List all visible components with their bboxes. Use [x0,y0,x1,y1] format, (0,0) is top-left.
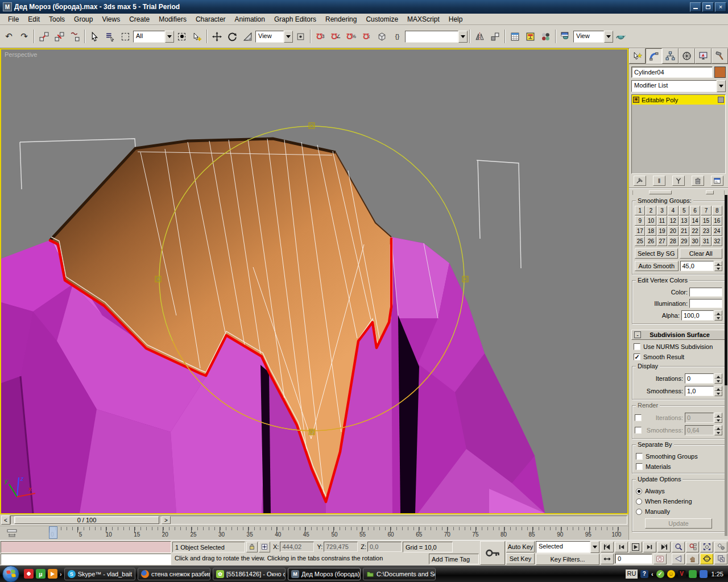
maxscript-mini-listener[interactable] [1,541,171,565]
sg-button-31[interactable]: 31 [701,236,711,246]
sg-button-20[interactable]: 20 [668,226,678,236]
taskbar-button-explorer[interactable]: C:\Documents and Set... [363,568,436,580]
current-frame-field[interactable]: 0 [615,554,652,564]
taskbar-button-skype[interactable]: S Skype™ - vlad_bait [64,568,135,580]
percent-snap-icon[interactable]: Ω% [344,29,359,44]
select-and-move-icon[interactable] [209,29,225,44]
modifier-stack[interactable]: + Editable Poly [631,94,726,174]
display-iterations-value[interactable]: 0 [685,373,714,384]
taskbar-button-qip[interactable]: ✿ [551861426] - Окно с... [213,568,286,580]
make-unique-icon[interactable] [672,176,685,186]
sg-button-7[interactable]: 7 [701,206,711,215]
alpha-field[interactable]: 100,0 [681,310,722,321]
minimize-button[interactable] [690,2,701,12]
modifier-list-dropdown[interactable]: Modifier List [631,80,726,92]
go-to-start-icon[interactable] [601,542,614,552]
sg-button-8[interactable]: 8 [712,206,722,215]
zoom-extents-icon[interactable] [700,542,713,552]
sg-button-17[interactable]: 17 [635,226,645,236]
rollout-collapse-icon[interactable]: - [634,331,641,338]
snap-toggle-3d-icon[interactable]: Ω3 [313,29,328,44]
object-name-field[interactable]: Cylinder04 [631,66,713,78]
menu-item-group[interactable]: Group [69,14,97,24]
select-object-icon[interactable] [87,29,102,44]
schematic-view-icon[interactable] [523,29,538,44]
sg-button-12[interactable]: 12 [668,216,678,226]
selection-filter-dropdown[interactable]: All [133,31,174,43]
sg-button-21[interactable]: 21 [679,226,689,236]
green-tray-icon[interactable] [689,570,697,578]
track-bar-frame-marker[interactable] [49,526,57,539]
tab-hierarchy[interactable] [662,48,679,64]
menu-item-modifiers[interactable]: Modifiers [154,14,191,24]
taskbar-button-3dsmax[interactable]: M Дед Мороз (борода).... [288,568,361,580]
spinner-snap-icon[interactable]: Ω↕ [359,29,374,44]
menu-item-graph-editors[interactable]: Graph Editors [270,14,321,24]
dropdown-arrow-icon[interactable] [604,31,613,43]
spinner-control[interactable] [714,261,722,271]
auto-smooth-threshold[interactable]: 45,0 [680,261,723,271]
start-button[interactable] [2,566,19,582]
quicklaun-opera-icon[interactable] [24,569,34,579]
key-subobject-dropdown[interactable]: Selected [536,541,599,553]
sg-button-2[interactable]: 2 [646,206,656,215]
unlink-selection-icon[interactable] [52,29,67,44]
display-smoothness-value[interactable]: 1,0 [685,386,714,396]
smooth-result-checkbox[interactable]: ✓ [634,354,640,360]
menu-item-file[interactable]: File [3,14,23,24]
sg-button-25[interactable]: 25 [635,236,645,246]
sg-button-32[interactable]: 32 [712,236,722,246]
sg-button-30[interactable]: 30 [690,236,700,246]
align-icon[interactable] [487,29,503,44]
taskbar-button-firefox[interactable]: стена снежок разбив... [138,568,210,580]
update-button[interactable]: Update [645,518,712,529]
display-iterations-field[interactable]: 0 [685,373,722,384]
absolute-offset-mode-icon[interactable] [259,542,270,552]
viewport-label[interactable]: Perspective [5,51,37,58]
y-coordinate-field[interactable]: 729,475 [324,542,358,552]
menu-item-animation[interactable]: Animation [230,14,270,24]
close-button[interactable]: × [715,2,726,12]
stack-onoff-toggle[interactable] [718,97,724,103]
sg-button-27[interactable]: 27 [657,236,667,246]
sg-button-29[interactable]: 29 [679,236,689,246]
pan-view-icon[interactable] [686,554,699,564]
sg-button-15[interactable]: 15 [701,216,711,226]
use-nurms-checkbox[interactable] [634,343,640,350]
menu-item-edit[interactable]: Edit [23,14,44,24]
menu-item-tools[interactable]: Tools [44,14,69,24]
set-key-button[interactable]: Set Key [506,553,535,564]
menu-item-views[interactable]: Views [97,14,125,24]
x-coordinate-field[interactable]: 444,02 [280,542,314,552]
sg-button-22[interactable]: 22 [690,226,700,236]
select-by-sg-button[interactable]: Select By SG [635,248,678,259]
select-by-name-icon[interactable] [102,29,118,44]
zoom-icon[interactable] [672,542,685,552]
dropdown-arrow-icon[interactable] [284,31,293,43]
undo-icon[interactable]: ↶ [1,29,16,44]
display-smoothness-field[interactable]: 1,0 [685,386,722,396]
separate-smoothing-groups-checkbox[interactable] [636,453,643,460]
redo-icon[interactable]: ↷ [16,29,32,44]
sg-button-19[interactable]: 19 [657,226,667,236]
angle-snap-icon[interactable]: Ω∠ [328,29,344,44]
go-to-end-icon[interactable] [657,542,671,552]
restore-button[interactable] [702,2,714,12]
separate-materials-checkbox[interactable] [636,463,643,470]
time-slider-track[interactable]: 0 / 100 > [10,516,627,525]
zoom-extents-all-icon[interactable] [714,542,727,552]
track-bar-ruler[interactable]: 0510152025303540455055606570758085909510… [24,526,628,540]
tray-collapse-icon[interactable]: ‹ [651,571,653,577]
tab-modify[interactable] [646,48,662,64]
dropdown-arrow-icon[interactable] [458,31,468,43]
select-and-scale-icon[interactable] [240,29,255,44]
mirror-icon[interactable] [472,29,487,44]
quicklaunch-media-player-icon[interactable] [48,569,57,579]
play-animation-icon[interactable] [629,542,642,552]
update-when-rendering-radio[interactable] [636,498,642,505]
set-keys-icon[interactable] [480,541,505,565]
field-of-view-icon[interactable] [672,554,685,564]
named-selection-dropdown[interactable] [405,31,468,43]
pin-stack-icon[interactable] [634,176,646,186]
tab-create[interactable] [629,48,646,64]
